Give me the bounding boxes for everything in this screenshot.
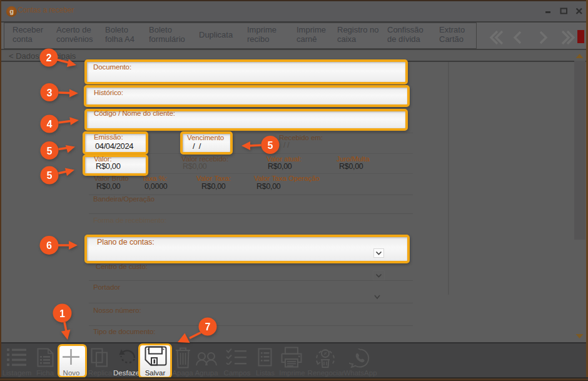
svg-text:1: 1 [59, 308, 65, 319]
svg-text:5: 5 [47, 146, 53, 156]
svg-text:4: 4 [47, 119, 53, 130]
svg-text:7: 7 [205, 322, 211, 332]
svg-text:5: 5 [47, 170, 53, 181]
svg-text:6: 6 [46, 240, 52, 251]
svg-text:3: 3 [47, 88, 53, 98]
svg-text:5: 5 [268, 140, 273, 151]
